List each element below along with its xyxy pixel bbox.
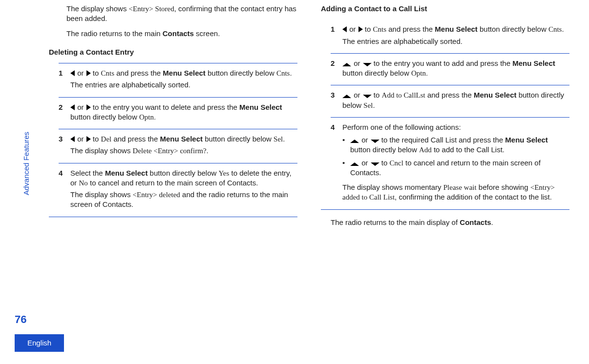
text: to	[91, 135, 101, 143]
step-number: 3	[59, 134, 70, 158]
softkey-text: Cncl	[390, 159, 403, 167]
step-1: 1 or to Cnts and press the Menu Select b…	[59, 63, 297, 97]
nav-up-icon	[342, 95, 351, 98]
text: to the entry you want to add and press t…	[372, 59, 513, 67]
section-heading-delete: Deleting a Contact Entry	[49, 47, 297, 57]
text: .	[373, 101, 375, 109]
step-body: Select the Menu Select button directly b…	[70, 168, 297, 212]
text: to	[372, 91, 382, 99]
text: button directly below	[203, 135, 273, 143]
code-text: <Entry> Stored	[129, 5, 174, 13]
step-2: 2 or to the entry you want to delete and…	[59, 97, 297, 129]
step-body: or to Del and press the Menu Select butt…	[70, 134, 297, 158]
step-3: 3 or to Del and press the Menu Select bu…	[59, 129, 297, 163]
text: .	[562, 25, 564, 33]
softkey-text: Yes	[219, 169, 230, 177]
text: and press the	[114, 69, 163, 77]
step-2: 2 or to the entry you want to add and pr…	[331, 53, 569, 85]
text: Select the	[70, 169, 105, 177]
softkey-text: Cnts	[276, 69, 290, 77]
nav-left-icon	[70, 70, 75, 76]
nav-right-icon	[86, 70, 91, 76]
softkey-text: Add	[419, 146, 432, 154]
intro-para-1: The display shows <Entry> Stored, confir…	[66, 4, 297, 24]
text: button directly below	[342, 69, 411, 77]
step-number: 3	[331, 90, 342, 112]
nav-right-icon	[86, 104, 91, 110]
step-body: Perform one of the following actions: or…	[342, 122, 569, 204]
nav-right-icon	[358, 26, 363, 32]
softkey-text: Optn	[411, 69, 426, 77]
text: The display shows	[66, 4, 129, 13]
code-text: <Entry> deleted	[133, 191, 180, 199]
step-3: 3 or to Add to CallLst and press the Men…	[331, 85, 569, 117]
text: .	[426, 69, 428, 77]
step-1: 1 or to Cnts and press the Menu Select b…	[331, 20, 569, 53]
softkey-text: Cnts	[101, 69, 115, 77]
softkey-text: Sel	[363, 101, 373, 109]
step-body: or to the entry you want to add and pres…	[342, 59, 569, 81]
bold-text: Menu Select	[160, 135, 203, 143]
step-4: 4 Perform one of the following actions: …	[331, 117, 569, 209]
nav-down-icon	[363, 95, 372, 98]
text: to cancel and return to the main screen …	[350, 159, 541, 177]
code-text: Delete <Entry> confirm?	[133, 147, 207, 155]
text: button directly below	[350, 145, 419, 154]
text: .	[491, 218, 493, 226]
step-number: 1	[331, 24, 342, 48]
text: and press the	[386, 25, 435, 33]
text: or	[352, 91, 362, 99]
text: .	[207, 146, 209, 155]
right-column: Adding a Contact to a Call List 1 or to …	[321, 0, 569, 227]
bold-text: Menu Select	[512, 59, 555, 67]
step-body: or to Cnts and press the Menu Select but…	[342, 24, 569, 48]
bold-text: Menu Select	[474, 91, 517, 99]
page-content: The display shows <Entry> Stored, confir…	[0, 0, 589, 227]
nav-up-icon	[350, 162, 359, 166]
text: or	[75, 103, 86, 111]
softkey-text: Optn	[139, 113, 154, 121]
softkey-text: Sel	[273, 135, 283, 143]
step-body: or to Add to CallLst and press the Menu …	[342, 90, 569, 112]
bold-text: Menu Select	[435, 25, 478, 33]
list-item: or to the required Call List and press t…	[342, 135, 569, 155]
text: to	[379, 159, 390, 167]
page-number: 76	[15, 312, 26, 327]
nav-up-icon	[350, 140, 359, 143]
softkey-text: Del	[101, 135, 112, 143]
nav-left-icon	[70, 104, 75, 110]
code-text: Please wait	[443, 183, 477, 191]
nav-down-icon	[363, 63, 372, 66]
nav-down-icon	[371, 140, 379, 143]
text: to	[91, 69, 101, 77]
text: The display shows	[70, 146, 133, 155]
step-number: 1	[59, 68, 70, 92]
softkey-text: Cnts	[373, 25, 387, 33]
nav-left-icon	[342, 26, 347, 32]
step-body: or to the entry you want to delete and p…	[70, 102, 297, 124]
text: or	[75, 135, 86, 143]
steps-delete: 1 or to Cnts and press the Menu Select b…	[49, 63, 297, 217]
bold-text: Contacts	[460, 218, 491, 226]
step-note: The entries are alphabetically sorted.	[342, 37, 569, 46]
intro-para-2: The radio returns to the main Contacts s…	[66, 29, 297, 39]
text: .	[283, 135, 285, 143]
text: The radio returns to the main	[66, 29, 163, 38]
text: The display shows momentary	[342, 183, 443, 191]
bold-text: Menu Select	[505, 136, 548, 144]
step-number: 4	[331, 122, 342, 204]
text: or	[347, 25, 358, 33]
text: .	[290, 69, 292, 77]
nav-left-icon	[70, 136, 75, 142]
trailing-para: The radio returns to the main display of…	[331, 214, 569, 227]
text: before showing	[477, 183, 530, 191]
nav-up-icon	[342, 63, 351, 66]
text: The radio returns to the main display of	[331, 218, 460, 226]
step-number: 2	[59, 102, 70, 124]
step-number: 2	[331, 59, 342, 81]
text: or	[75, 69, 86, 77]
text: button directly below	[478, 25, 548, 33]
section-heading-add: Adding a Contact to a Call List	[321, 4, 569, 14]
steps-add: 1 or to Cnts and press the Menu Select b…	[321, 20, 569, 209]
text: and press the	[425, 91, 474, 99]
